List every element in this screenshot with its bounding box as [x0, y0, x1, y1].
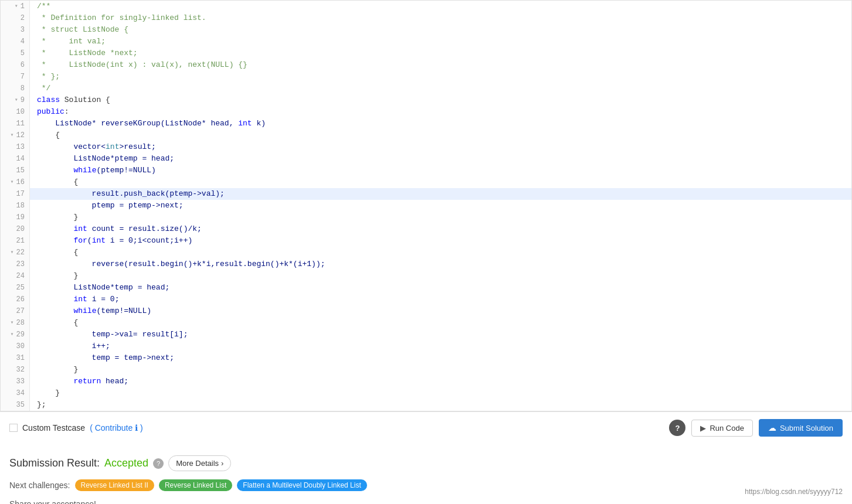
code-line: 33 return head; — [1, 376, 851, 387]
code-line: 20 int count = result.size()/k; — [1, 223, 851, 235]
line-number: 15 — [1, 165, 30, 176]
line-content: ListNode*ptemp = head; — [30, 153, 181, 165]
line-number: 25 — [1, 282, 30, 294]
run-code-button[interactable]: ▶ Run Code — [691, 420, 753, 437]
submit-button[interactable]: ☁ Submit Solution — [759, 419, 843, 437]
line-content: */ — [30, 83, 57, 94]
help-button[interactable]: ? — [669, 420, 685, 436]
line-number: 8 — [1, 83, 30, 94]
line-content: reverse(result.begin()+k*i,result.begin(… — [30, 258, 332, 270]
share-text: Share your acceptance! — [9, 499, 96, 504]
line-number: ▾29 — [1, 329, 30, 340]
challenge-tag-3[interactable]: Flatten a Multilevel Doubly Linked List — [237, 479, 366, 491]
chevron-icon: › — [221, 459, 223, 468]
fold-icon[interactable]: ▾ — [12, 1, 18, 12]
line-content: int count = result.size()/k; — [30, 223, 209, 235]
line-number: 23 — [1, 258, 30, 270]
code-line: 31 temp = temp->next; — [1, 352, 851, 364]
code-line: 27 while(temp!=NULL) — [1, 305, 851, 317]
line-content: } — [30, 364, 85, 376]
code-line: ▾1/** — [1, 1, 851, 12]
line-number: 32 — [1, 364, 30, 376]
code-line: 10public: — [1, 106, 851, 118]
line-number: 14 — [1, 153, 30, 165]
line-content: class Solution { — [30, 94, 117, 106]
line-number: 18 — [1, 200, 30, 212]
code-line: ▾9class Solution { — [1, 94, 851, 106]
line-number: ▾12 — [1, 130, 30, 141]
line-content: } — [30, 270, 85, 282]
code-line: 32 } — [1, 364, 851, 376]
line-content: ptemp = ptemp->next; — [30, 200, 191, 212]
line-number: ▾9 — [1, 94, 30, 106]
result-question-badge[interactable]: ? — [153, 458, 164, 469]
custom-testcase-label: Custom Testcase — [22, 423, 85, 433]
code-line: 21 for(int i = 0;i<count;i++) — [1, 235, 851, 247]
code-line: 7 * }; — [1, 71, 851, 83]
code-line: ▾22 { — [1, 247, 851, 258]
fold-icon[interactable]: ▾ — [8, 247, 14, 258]
code-line: ▾29 temp->val= result[i]; — [1, 329, 851, 340]
code-line: 35}; — [1, 399, 851, 411]
line-number: 2 — [1, 12, 30, 24]
more-details-button[interactable]: More Details › — [168, 455, 231, 471]
line-content: * }; — [30, 71, 67, 83]
bottom-bar: Custom Testcase ( Contribute ℹ ) ? ▶ Run… — [0, 411, 852, 444]
line-number: 5 — [1, 47, 30, 59]
line-content: ListNode* reverseKGroup(ListNode* head, … — [30, 118, 273, 130]
line-content: public: — [30, 106, 76, 118]
share-section: Share your acceptance! — [9, 499, 843, 504]
line-content: temp = temp->next; — [30, 352, 181, 364]
line-number: 3 — [1, 24, 30, 36]
result-title-text: Submission Result: — [9, 457, 100, 469]
contribute-link[interactable]: ( Contribute ℹ ) — [90, 423, 143, 433]
challenge-tag-2[interactable]: Reverse Linked List — [159, 479, 232, 491]
line-number: 33 — [1, 376, 30, 387]
line-number: ▾28 — [1, 317, 30, 329]
code-line: 11 ListNode* reverseKGroup(ListNode* hea… — [1, 118, 851, 130]
line-content: { — [30, 247, 85, 258]
fold-icon[interactable]: ▾ — [8, 130, 14, 141]
line-number: 17 — [1, 188, 30, 200]
fold-icon[interactable]: ▾ — [8, 176, 14, 188]
line-number: 7 — [1, 71, 30, 83]
line-content: } — [30, 387, 67, 399]
line-number: 11 — [1, 118, 30, 130]
line-content: { — [30, 317, 85, 329]
fold-icon[interactable]: ▾ — [8, 329, 14, 340]
line-number: 21 — [1, 235, 30, 247]
code-line: 3 * struct ListNode { — [1, 24, 851, 36]
challenge-tag-1[interactable]: Reverse Linked List II — [75, 479, 154, 491]
line-content: * int val; — [30, 36, 113, 47]
next-challenges-label: Next challenges: — [9, 481, 70, 490]
fold-icon[interactable]: ▾ — [12, 94, 18, 106]
code-line: 24 } — [1, 270, 851, 282]
accepted-status: Accepted — [104, 457, 148, 469]
line-number: 35 — [1, 399, 30, 411]
code-line: 34 } — [1, 387, 851, 399]
code-line: 4 * int val; — [1, 36, 851, 47]
line-content: i++; — [30, 340, 117, 352]
bottom-left: Custom Testcase ( Contribute ℹ ) — [9, 423, 143, 433]
code-line: 8 */ — [1, 83, 851, 94]
line-number: 13 — [1, 141, 30, 153]
code-line: 30 i++; — [1, 340, 851, 352]
code-line: 17 result.push_back(ptemp->val); — [1, 188, 851, 200]
custom-testcase-checkbox[interactable] — [9, 424, 18, 432]
code-editor: ▾1/**2 * Definition for singly-linked li… — [0, 0, 852, 411]
line-content: { — [30, 176, 85, 188]
code-line: ▾16 { — [1, 176, 851, 188]
line-content: return head; — [30, 376, 135, 387]
line-content: while(ptemp!=NULL) — [30, 165, 163, 176]
line-content: * ListNode(int x) : val(x), next(NULL) {… — [30, 59, 254, 71]
line-content: }; — [30, 399, 53, 411]
result-section: Submission Result: Accepted ? More Detai… — [0, 444, 852, 504]
info-icon[interactable]: ℹ — [135, 423, 138, 433]
code-line: 5 * ListNode *next; — [1, 47, 851, 59]
line-content: { — [30, 130, 67, 141]
code-line: 15 while(ptemp!=NULL) — [1, 165, 851, 176]
fold-icon[interactable]: ▾ — [8, 317, 14, 329]
line-content: /** — [30, 1, 57, 12]
run-icon: ▶ — [700, 424, 706, 433]
line-number: 19 — [1, 212, 30, 223]
